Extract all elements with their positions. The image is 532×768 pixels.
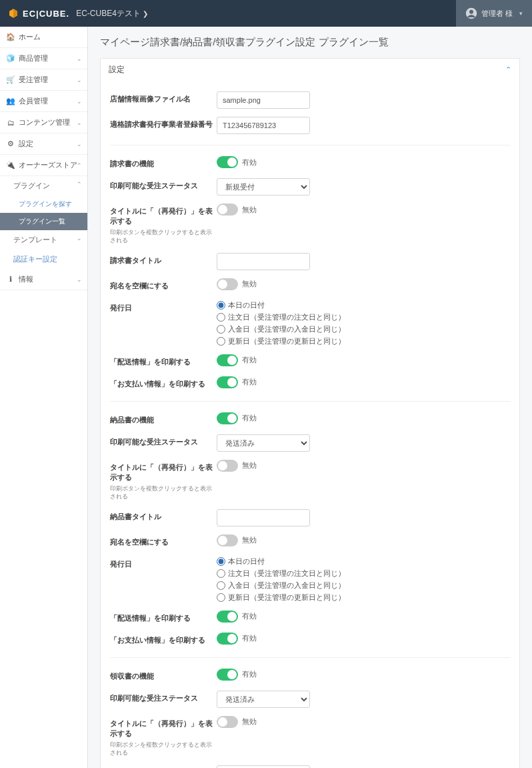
toggle-state: 有効 [242,355,257,365]
sidebar-item-info[interactable]: ℹ情報⌄ [0,269,87,290]
radio-order[interactable]: 注文日（受注管理の注文日と同じ） [217,312,510,322]
label: 「お支払い情報」を印刷する [110,376,217,389]
toggle-state: 有効 [242,611,257,621]
users-icon: 👥 [7,97,15,105]
toggle-state: 有効 [242,633,257,643]
delivery-date-radio-group: 本日の日付 注文日（受注管理の注文日と同じ） 入金日（受注管理の入金日と同じ） … [217,556,510,603]
toggle-state: 有効 [242,157,257,167]
sidebar-item-label: オーナーズストア [19,160,77,170]
sidebar-sub2-plugin-list[interactable]: プラグイン一覧 [0,213,87,230]
receipt-status-select[interactable]: 発送済み [217,691,310,708]
radio-payment[interactable]: 入金日（受注管理の入金日と同じ） [217,324,510,334]
sidebar-item-orders[interactable]: 🛒受注管理⌄ [0,69,87,91]
sub-label: 印刷ボタンを複数クリックすると表示される [110,228,217,245]
card-header[interactable]: 設定 ⌃ [101,59,519,81]
delivery-reissue-toggle[interactable]: 無効 [217,460,257,472]
chevron-down-icon: ⌄ [77,141,82,147]
label: 「配送情報」を印刷する [110,354,217,367]
radio-update[interactable]: 更新日（受注管理の更新日と同じ） [217,593,510,603]
delivery-payment-toggle[interactable]: 有効 [217,633,257,645]
chevron-up-icon: ⌃ [77,162,82,169]
shop-name-link[interactable]: EC-CUBE4テスト [76,8,147,19]
label: 店舗情報画像ファイル名 [110,91,217,104]
invoice-reissue-toggle[interactable]: 無効 [217,204,257,216]
delivery-toggle[interactable]: 有効 [217,412,257,424]
chevron-down-icon: ▾ [519,10,523,17]
row-delivery-printable-status: 印刷可能な受注ステータス 発送済み [110,430,510,456]
chevron-down-icon: ⌄ [77,98,82,105]
invoice-date-radio-group: 本日の日付 注文日（受注管理の注文日と同じ） 入金日（受注管理の入金日と同じ） … [217,300,510,346]
row-receipt-reissue: タイトルに「（再発行）」を表示する印刷ボタンを複数クリックすると表示される 無効 [110,712,510,761]
delivery-status-select[interactable]: 発送済み [217,434,310,452]
row-delivery-blank-addressee: 宛名を空欄にする 無効 [110,530,510,552]
sidebar-item-label: 会員管理 [19,96,48,106]
sidebar-item-customers[interactable]: 👥会員管理⌄ [0,91,87,112]
row-invoice-payment: 「お支払い情報」を印刷する 有効 [110,372,510,394]
toggle-state: 有効 [242,377,257,387]
chevron-down-icon: ⌄ [77,276,82,283]
row-invoice-reg: 適格請求書発行事業者登録番号 [110,113,510,138]
toggle-state: 有効 [242,669,257,679]
invoice-shipping-toggle[interactable]: 有効 [217,354,257,366]
user-menu[interactable]: 管理者 様 ▾ [456,0,532,27]
main-content: マイページ請求書/納品書/領収書プラグイン設定 プラグイン一覧 設定 ⌃ 店舗情… [88,27,532,768]
row-delivery-reissue: タイトルに「（再発行）」を表示する印刷ボタンを複数クリックすると表示される 無効 [110,456,510,505]
receipt-reissue-toggle[interactable]: 無効 [217,716,257,728]
toggle-state: 無効 [242,717,257,727]
sidebar-item-content[interactable]: 🗂コンテンツ管理⌄ [0,112,87,133]
radio-update[interactable]: 更新日（受注管理の更新日と同じ） [217,336,510,346]
label: 宛名を空欄にする [110,278,217,291]
delivery-title-input[interactable] [217,509,310,526]
toggle-state: 無効 [242,460,257,470]
label: 宛名を空欄にする [110,534,217,547]
sidebar-item-products[interactable]: 🧊商品管理⌄ [0,48,87,69]
radio-today[interactable]: 本日の日付 [217,300,510,310]
sidebar-item-home[interactable]: 🏠ホーム [0,27,87,48]
receipt-toggle[interactable]: 有効 [217,669,257,681]
invoice-status-select[interactable]: 新規受付 [217,178,310,196]
sidebar-item-label: テンプレート [13,236,57,244]
row-invoice-section: 請求書の機能 有効 [110,152,510,174]
row-invoice-printable-status: 印刷可能な受注ステータス 新規受付 [110,174,510,200]
row-delivery-title: 納品書タイトル [110,505,510,530]
label: 印刷可能な受注ステータス [110,434,217,447]
sub-label: 印刷ボタンを複数クリックすると表示される [110,484,217,501]
plug-icon: 🔌 [7,161,15,169]
label: 納品書タイトル [110,509,217,522]
invoice-payment-toggle[interactable]: 有効 [217,376,257,388]
sidebar-item-label: 商品管理 [19,53,48,63]
info-icon: ℹ [7,275,15,284]
toggle-state: 無効 [242,535,257,545]
sidebar-sub-auth-key[interactable]: 認証キー設定 [0,250,87,269]
sidebar-item-label: 受注管理 [19,75,48,85]
invoice-title-input[interactable] [217,253,310,270]
sidebar-sub-plugin[interactable]: プラグイン⌃ [0,176,87,196]
chevron-up-icon: ⌃ [77,181,82,187]
divider [110,657,510,658]
invoice-reg-input[interactable] [217,117,310,134]
sidebar-item-settings[interactable]: ⚙設定⌄ [0,133,87,155]
row-delivery-payment: 「お支払い情報」を印刷する 有効 [110,629,510,651]
radio-order[interactable]: 注文日（受注管理の注文日と同じ） [217,568,510,579]
sidebar-item-owners-store[interactable]: 🔌オーナーズストア⌃ [0,155,87,176]
top-header: EC|CUBE. EC-CUBE4テスト 管理者 様 ▾ [0,0,532,27]
invoice-blank-toggle[interactable]: 無効 [217,278,257,290]
sidebar-sub-template[interactable]: テンプレート⌄ [0,230,87,250]
row-delivery-date: 発行日 本日の日付 注文日（受注管理の注文日と同じ） 入金日（受注管理の入金日と… [110,552,510,607]
radio-today[interactable]: 本日の日付 [217,556,510,566]
delivery-shipping-toggle[interactable]: 有効 [217,611,257,623]
label: タイトルに「（再発行）」を表示する印刷ボタンを複数クリックすると表示される [110,460,217,501]
sidebar-item-label: ホーム [19,32,41,42]
product-icon: 🧊 [7,54,15,63]
invoice-toggle[interactable]: 有効 [217,156,257,168]
receipt-title-input[interactable] [217,765,310,768]
delivery-blank-toggle[interactable]: 無効 [217,534,257,546]
radio-payment[interactable]: 入金日（受注管理の入金日と同じ） [217,581,510,591]
logo[interactable]: EC|CUBE. [8,8,69,19]
row-delivery-shipping: 「配送情報」を印刷する 有効 [110,607,510,629]
label: タイトルに「（再発行）」を表示する印刷ボタンを複数クリックすると表示される [110,204,217,245]
chevron-down-icon: ⌄ [77,77,82,83]
sidebar-sub2-search-plugin[interactable]: プラグインを探す [0,196,87,213]
label: 請求書タイトル [110,253,217,266]
shop-image-input[interactable] [217,91,310,109]
